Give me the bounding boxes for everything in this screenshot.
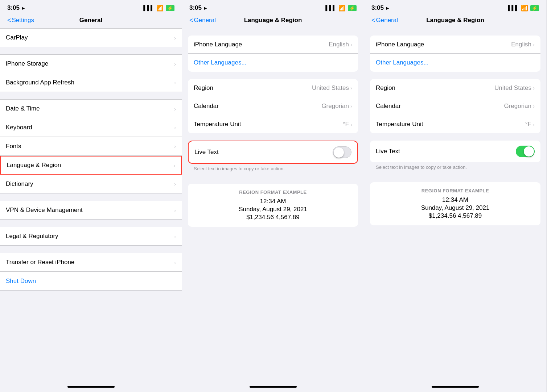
section3-language: iPhone Language English › Other Language… [364, 36, 546, 72]
live-text-toggle-3[interactable] [516, 146, 535, 157]
nav-bar-3: < General Language & Region [364, 14, 546, 28]
region-label-3: Region [376, 84, 395, 92]
back-button-1[interactable]: < Settings [7, 17, 34, 24]
language-card-3: iPhone Language English › Other Language… [370, 36, 540, 72]
region-format-card-3: Region Format Example 12:34 AM Sunday, A… [370, 182, 540, 225]
settings-item-carplay[interactable]: CarPlay › [0, 28, 182, 47]
shutdown-label: Shut Down [6, 278, 36, 285]
signal-icon-3: ▌▌▌ [508, 5, 519, 11]
section-region-format: Region Format Example 12:34 AM Sunday, A… [182, 184, 364, 227]
other-languages-row-3[interactable]: Other Languages... [370, 54, 540, 72]
signal-icon-1: ▌▌▌ [143, 5, 154, 11]
home-indicator-1 [67, 386, 115, 388]
region-format-time: 12:34 AM [194, 198, 352, 205]
temperature-value: °F › [343, 121, 352, 128]
signal-icon-2: ▌▌▌ [325, 5, 336, 11]
transfer-chevron: › [174, 259, 176, 266]
settings-item-dictionary[interactable]: Dictionary › [0, 175, 182, 193]
live-text-description-3: Select text in images to copy or take ac… [364, 162, 546, 175]
fonts-chevron: › [174, 143, 176, 149]
iphone-language-row[interactable]: iPhone Language English › [188, 36, 358, 54]
live-text-row-3: Live Text [370, 141, 540, 162]
calendar-chevron-3: › [533, 103, 535, 109]
region-format-time-3: 12:34 AM [376, 196, 535, 204]
battery-icon-2: ⚡ [348, 5, 357, 11]
lang-region-off-content: iPhone Language English › Other Language… [182, 28, 364, 383]
settings-item-iphone-storage[interactable]: iPhone Storage › [0, 54, 182, 73]
settings-item-vpn[interactable]: VPN & Device Management › [0, 201, 182, 220]
live-text-label: Live Text [194, 149, 219, 156]
iphone-language-label: iPhone Language [194, 41, 242, 48]
other-languages-link[interactable]: Other Languages... [194, 59, 247, 66]
other-languages-link-3[interactable]: Other Languages... [376, 59, 429, 66]
back-label-2[interactable]: General [194, 17, 216, 24]
settings-item-date-time[interactable]: Date & Time › [0, 99, 182, 118]
lang-region-on-content: iPhone Language English › Other Language… [364, 28, 546, 383]
settings-item-shutdown[interactable]: Shut Down [0, 272, 182, 291]
status-time-1: 3:05 ► [7, 4, 26, 12]
region-format-card: Region Format Example 12:34 AM Sunday, A… [188, 184, 358, 227]
temperature-row-3[interactable]: Temperature Unit °F › [370, 115, 540, 133]
carplay-label: CarPlay [6, 34, 28, 41]
region-row[interactable]: Region United States › [188, 79, 358, 97]
live-text-card-3: Live Text [370, 141, 540, 162]
section-language: iPhone Language English › Other Language… [182, 36, 364, 72]
section3-region: Region United States › Calendar Gregoria… [364, 79, 546, 133]
nav-title-3: Language & Region [426, 17, 484, 24]
calendar-row[interactable]: Calendar Gregorian › [188, 97, 358, 115]
toggle-thumb [334, 147, 344, 158]
status-bar-1: 3:05 ► ▌▌▌ 📶 ⚡ [0, 0, 182, 14]
settings-group-storage: iPhone Storage › Background App Refresh … [0, 54, 182, 92]
back-button-3[interactable]: < General [371, 17, 398, 24]
back-button-2[interactable]: < General [189, 17, 216, 24]
fonts-label: Fonts [6, 143, 21, 150]
iphone-storage-label: iPhone Storage [6, 60, 48, 67]
battery-icon-1: ⚡ [166, 5, 174, 11]
settings-item-background-refresh[interactable]: Background App Refresh › [0, 73, 182, 92]
temperature-label-3: Temperature Unit [376, 121, 423, 128]
iphone-language-row-3[interactable]: iPhone Language English › [370, 36, 540, 54]
settings-item-keyboard[interactable]: Keyboard › [0, 118, 182, 137]
status-icons-2: ▌▌▌ 📶 ⚡ [325, 5, 357, 12]
settings-item-transfer[interactable]: Transfer or Reset iPhone › [0, 253, 182, 272]
temperature-label: Temperature Unit [194, 121, 241, 128]
live-text-toggle[interactable] [333, 146, 351, 158]
back-label-1[interactable]: Settings [12, 17, 34, 24]
nav-title-2: Language & Region [244, 17, 302, 24]
transfer-label: Transfer or Reset iPhone [6, 259, 74, 266]
region-format-date: Sunday, August 29, 2021 [194, 206, 352, 213]
legal-label: Legal & Regulatory [6, 233, 58, 240]
back-label-3[interactable]: General [376, 17, 398, 24]
toggle-thumb-3 [524, 146, 534, 157]
region-format-title: Region Format Example [194, 189, 352, 195]
status-icons-3: ▌▌▌ 📶 ⚡ [508, 5, 539, 12]
region-format-numbers: $1,234.56 4,567.89 [194, 214, 352, 221]
settings-item-fonts[interactable]: Fonts › [0, 137, 182, 156]
other-languages-row[interactable]: Other Languages... [188, 54, 358, 72]
language-region-on-panel: 3:05 ► ▌▌▌ 📶 ⚡ < General Language & Regi… [364, 0, 546, 392]
date-time-chevron: › [174, 106, 176, 112]
region-card-3: Region United States › Calendar Gregoria… [370, 79, 540, 133]
settings-item-language-region[interactable]: Language & Region › [0, 156, 182, 175]
settings-item-legal[interactable]: Legal & Regulatory › [0, 227, 182, 246]
language-region-off-panel: 3:05 ► ▌▌▌ 📶 ⚡ < General Language & Regi… [182, 0, 364, 392]
nav-title-1: General [79, 17, 102, 24]
legal-chevron: › [174, 233, 176, 239]
background-refresh-chevron: › [174, 79, 176, 86]
vpn-chevron: › [174, 207, 176, 213]
battery-icon-3: ⚡ [530, 5, 539, 11]
settings-group-legal: Legal & Regulatory › [0, 227, 182, 246]
calendar-chevron: › [350, 103, 352, 109]
home-indicator-3 [432, 386, 479, 388]
language-region-label: Language & Region [7, 162, 61, 169]
wifi-icon-2: 📶 [338, 5, 346, 12]
status-bar-3: 3:05 ► ▌▌▌ 📶 ⚡ [364, 0, 546, 14]
calendar-row-3[interactable]: Calendar Gregorian › [370, 97, 540, 115]
temperature-row[interactable]: Temperature Unit °F › [188, 115, 358, 133]
iphone-language-value-3: English › [511, 41, 535, 48]
calendar-label-3: Calendar [376, 103, 401, 110]
region-row-3[interactable]: Region United States › [370, 79, 540, 97]
location-icon-3: ► [385, 5, 390, 11]
keyboard-label: Keyboard [6, 124, 32, 131]
calendar-value: Gregorian › [321, 103, 352, 110]
